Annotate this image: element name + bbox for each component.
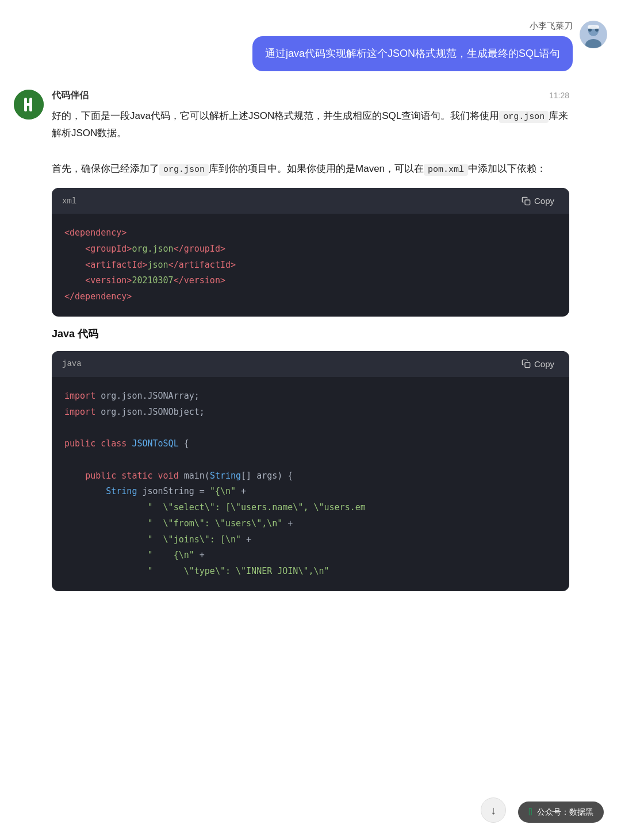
- bot-time: 11:28: [549, 91, 569, 100]
- intro-text-4: 库到你的项目中。如果你使用的是Maven，可以在: [209, 163, 424, 174]
- user-info: 小李飞菜刀 通过java代码实现解析这个JSON格式规范，生成最终的SQL语句: [252, 21, 573, 71]
- svg-rect-11: [525, 363, 530, 368]
- java-copy-label: Copy: [534, 359, 554, 369]
- java-copy-icon: [522, 359, 531, 368]
- bot-avatar: [14, 90, 44, 120]
- inline-code-1: org.json: [499, 111, 549, 123]
- xml-lang-label: xml: [62, 196, 76, 206]
- xml-copy-label: Copy: [534, 196, 554, 206]
- bot-name: 代码伴侣: [52, 90, 89, 102]
- java-code-block: java Copy import org.json.JSONArray; imp…: [52, 351, 569, 591]
- java-code-body: import org.json.JSONArray; import org.js…: [52, 377, 569, 591]
- user-name: 小李飞菜刀: [530, 21, 573, 32]
- xml-code-header: xml Copy: [52, 188, 569, 214]
- intro-text-1: 好的，下面是一段Java代码，它可以解析上述JSON格式规范，并生成相应的SQL…: [52, 110, 499, 121]
- user-avatar: [580, 21, 607, 48]
- user-bubble: 通过java代码实现解析这个JSON格式规范，生成最终的SQL语句: [252, 36, 573, 71]
- inline-code-3: pom.xml: [424, 164, 468, 176]
- java-code-content: import org.json.JSONArray; import org.js…: [64, 388, 557, 580]
- svg-rect-5: [588, 25, 599, 29]
- xml-code-block: xml Copy <dependency> <groupId>org.json<…: [52, 188, 569, 317]
- intro-text-5: 中添加以下依赖：: [468, 163, 546, 174]
- xml-code-body: <dependency> <groupId>org.json</groupId>…: [52, 214, 569, 317]
- xml-copy-button[interactable]: Copy: [517, 194, 559, 208]
- watermark-text: 公众号：数据黑: [537, 807, 593, 818]
- xml-code-content: <dependency> <groupId>org.json</groupId>…: [64, 225, 557, 305]
- bot-intro-text: 好的，下面是一段Java代码，它可以解析上述JSON格式规范，并生成相应的SQL…: [52, 107, 569, 178]
- watermark:  公众号：数据黑: [518, 802, 604, 823]
- copy-icon: [522, 196, 531, 206]
- user-message-row: 小李飞菜刀 通过java代码实现解析这个JSON格式规范，生成最终的SQL语句: [0, 11, 621, 80]
- svg-rect-9: [24, 103, 32, 106]
- bot-name-row: 代码伴侣 11:28: [52, 90, 569, 102]
- chat-container: 小李飞菜刀 通过java代码实现解析这个JSON格式规范，生成最终的SQL语句: [0, 0, 621, 622]
- wechat-icon: : [528, 806, 532, 818]
- inline-code-2: org.json: [159, 164, 209, 176]
- java-lang-label: java: [62, 359, 82, 368]
- scroll-down-icon: ↓: [490, 804, 496, 817]
- svg-rect-10: [525, 200, 530, 205]
- intro-text-3: 首先，确保你已经添加了: [52, 163, 159, 174]
- java-section-title: Java 代码: [52, 327, 569, 341]
- java-copy-button[interactable]: Copy: [517, 357, 559, 371]
- java-code-header: java Copy: [52, 351, 569, 377]
- bot-message-row: 代码伴侣 11:28 好的，下面是一段Java代码，它可以解析上述JSON格式规…: [0, 80, 621, 611]
- scroll-down-button[interactable]: ↓: [481, 797, 506, 823]
- bot-content: 代码伴侣 11:28 好的，下面是一段Java代码，它可以解析上述JSON格式规…: [52, 90, 569, 602]
